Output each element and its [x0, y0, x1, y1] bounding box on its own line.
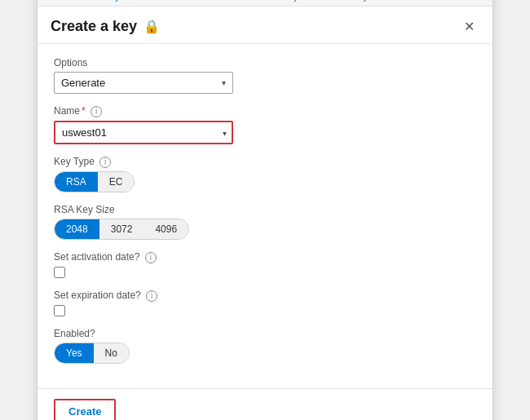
name-info-icon[interactable]: i: [91, 106, 102, 117]
name-input[interactable]: [54, 121, 233, 144]
breadcrumb-order[interactable]: Order: [217, 0, 242, 2]
activation-date-group: Set activation date? i: [54, 251, 476, 278]
key-type-toggle: RSA EC: [54, 171, 135, 192]
breadcrumb-sep-4: >: [395, 0, 400, 1]
expiration-date-group: Set expiration date? i: [54, 290, 476, 316]
enabled-yes[interactable]: Yes: [55, 343, 94, 363]
create-button[interactable]: Create: [54, 399, 116, 420]
modal-title: Create a key: [51, 18, 137, 35]
modal-footer: Create: [38, 388, 492, 420]
breadcrumb-key-vault: Select key from Azure Key Vault: [254, 0, 393, 2]
modal-header: Create a key 🔒 ✕: [38, 7, 492, 44]
name-label: Name* i: [54, 105, 476, 117]
expiration-info-icon[interactable]: i: [146, 290, 157, 302]
activation-checkbox-row: [54, 267, 476, 278]
title-row: Create a key 🔒: [51, 18, 160, 35]
rsa-2048[interactable]: 2048: [55, 219, 99, 239]
breadcrumb-home[interactable]: Home: [47, 0, 73, 2]
key-type-label: Key Type i: [54, 156, 476, 168]
breadcrumb-sep-2: >: [208, 0, 213, 1]
rsa-4096[interactable]: 4096: [144, 219, 188, 239]
key-type-ec[interactable]: EC: [98, 172, 135, 192]
rsa-key-size-group: RSA Key Size 2048 3072 4096: [54, 204, 476, 240]
enabled-group: Enabled? Yes No: [54, 328, 476, 364]
rsa-3072[interactable]: 3072: [99, 219, 144, 239]
breadcrumb-sep-1: >: [77, 0, 82, 1]
breadcrumb-select-box[interactable]: Select your Azure Data Box: [85, 0, 205, 2]
activation-checkbox[interactable]: [54, 267, 65, 278]
expiration-checkbox[interactable]: [54, 305, 65, 316]
options-select[interactable]: Generate ▾: [54, 72, 233, 94]
key-type-group: Key Type i RSA EC: [54, 156, 476, 192]
options-chevron-icon: ▾: [222, 78, 226, 87]
key-type-info-icon[interactable]: i: [99, 157, 111, 168]
name-group: Name* i ▾: [54, 105, 476, 144]
key-type-rsa[interactable]: RSA: [55, 172, 98, 192]
enabled-toggle: Yes No: [54, 343, 130, 364]
breadcrumb: Home > Select your Azure Data Box > Orde…: [38, 0, 492, 7]
activation-info-icon[interactable]: i: [145, 252, 157, 263]
modal-container: Home > Select your Azure Data Box > Orde…: [37, 0, 493, 420]
rsa-key-size-label: RSA Key Size: [54, 204, 476, 215]
modal-body: Options Generate ▾ Name* i ▾ Key Type i: [38, 44, 492, 388]
name-field-container: ▾: [54, 121, 233, 144]
name-required: *: [82, 105, 86, 117]
enabled-label: Enabled?: [54, 328, 476, 339]
activation-date-label: Set activation date? i: [54, 251, 476, 263]
breadcrumb-sep-3: >: [245, 0, 250, 1]
lock-icon: 🔒: [144, 19, 160, 34]
options-group: Options Generate ▾: [54, 57, 476, 94]
rsa-key-size-segment: 2048 3072 4096: [54, 219, 189, 240]
close-button[interactable]: ✕: [459, 19, 479, 35]
options-value: Generate: [61, 77, 105, 89]
options-label: Options: [54, 57, 476, 69]
expiration-date-label: Set expiration date? i: [54, 290, 476, 302]
expiration-checkbox-row: [54, 305, 476, 316]
enabled-no[interactable]: No: [94, 343, 129, 363]
